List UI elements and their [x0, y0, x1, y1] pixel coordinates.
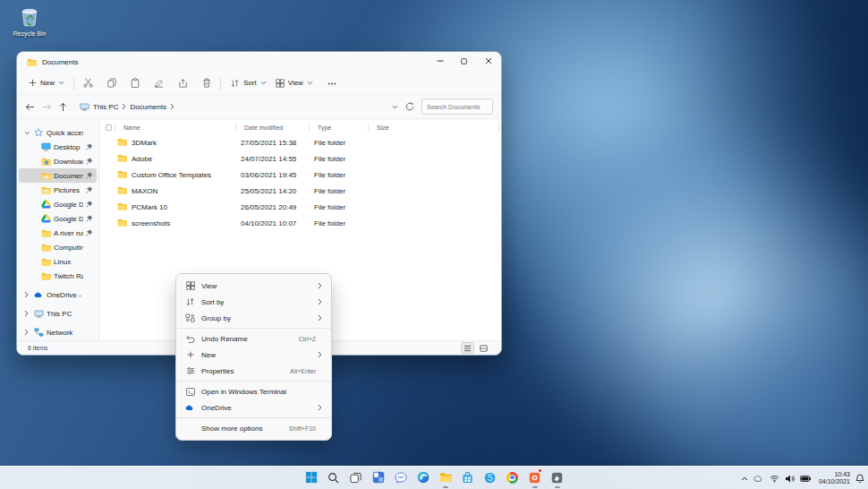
- sidebar-item[interactable]: Google Drive (G:: [19, 211, 97, 226]
- sidebar-item[interactable]: Desktop: [19, 140, 97, 154]
- pin-icon: [86, 201, 93, 208]
- context-menu-item[interactable]: Undo Rename Ctrl+Z: [179, 330, 328, 347]
- widgets-button[interactable]: [370, 468, 386, 488]
- column-header[interactable]: Type: [311, 120, 370, 134]
- sidebar-item[interactable]: Network: [19, 325, 97, 339]
- context-menu-item[interactable]: Properties Alt+Enter: [179, 363, 328, 379]
- sidebar-item[interactable]: Computing: [19, 240, 97, 254]
- back-button[interactable]: [25, 103, 35, 111]
- recycle-bin[interactable]: Recycle Bin: [5, 5, 54, 37]
- sidebar-item-icon: [41, 186, 51, 194]
- address-dropdown-button[interactable]: [392, 105, 398, 109]
- sidebar-item[interactable]: Downloads: [19, 154, 97, 168]
- maximize-button[interactable]: [452, 52, 476, 72]
- copy-button[interactable]: [107, 78, 116, 88]
- onedrive-tray-icon[interactable]: [753, 475, 764, 482]
- search-box[interactable]: [421, 99, 493, 115]
- sidebar-item[interactable]: Pictures: [19, 183, 97, 197]
- context-menu-item-icon: [185, 366, 195, 375]
- sidebar-item[interactable]: Twitch Raids: [19, 269, 97, 283]
- sidebar-item[interactable]: A river runs through: [19, 226, 97, 240]
- sidebar-item-chevron-icon[interactable]: [24, 291, 31, 298]
- search-input[interactable]: [427, 104, 488, 110]
- submenu-chevron-icon: [318, 314, 322, 322]
- tray-overflow-button[interactable]: [741, 476, 748, 481]
- task-view-button[interactable]: [348, 468, 363, 488]
- file-row[interactable]: screenshots 04/10/2021 10:07 File folder: [99, 215, 501, 231]
- file-row[interactable]: Adobe 24/07/2021 14:55 File folder: [99, 150, 501, 167]
- chat-button[interactable]: [393, 468, 408, 488]
- clock[interactable]: 10:43 04/10/2021: [819, 471, 850, 485]
- select-all-checkbox[interactable]: [99, 120, 117, 134]
- sidebar-item[interactable]: This PC: [19, 306, 97, 321]
- delete-button[interactable]: [202, 78, 211, 88]
- context-menu-item[interactable]: Show more options Shift+F10: [179, 420, 328, 436]
- large-icons-view-toggle[interactable]: [477, 342, 490, 354]
- sidebar-item[interactable]: OneDrive - Personal: [19, 287, 97, 302]
- details-view-toggle[interactable]: [461, 342, 474, 354]
- context-menu-item[interactable]: Group by: [179, 310, 328, 326]
- pinned-app-2-button[interactable]: [527, 468, 542, 488]
- store-button[interactable]: [460, 468, 475, 488]
- sidebar-item-icon: [41, 244, 51, 252]
- wallpaper-shape: [680, 0, 868, 287]
- forward-button[interactable]: [42, 103, 52, 111]
- sidebar-item[interactable]: Documents: [19, 168, 97, 183]
- search-button[interactable]: [326, 468, 341, 488]
- start-button[interactable]: [303, 468, 319, 488]
- file-row[interactable]: Custom Office Templates 03/06/2021 19:45…: [99, 167, 501, 183]
- chevron-right-icon: [170, 103, 174, 110]
- cut-button[interactable]: [83, 78, 93, 88]
- context-menu-item-icon: [185, 313, 195, 322]
- context-menu-item[interactable]: View: [179, 278, 328, 294]
- context-menu-item[interactable]: Sort by: [179, 294, 328, 310]
- context-menu-item[interactable]: OneDrive: [179, 399, 328, 416]
- breadcrumb-segment[interactable]: Documents: [130, 103, 166, 111]
- sidebar-item-chevron-icon[interactable]: [24, 329, 31, 336]
- share-button[interactable]: [178, 79, 188, 88]
- wifi-icon[interactable]: [770, 475, 779, 483]
- view-button[interactable]: View: [276, 79, 313, 88]
- sidebar-item[interactable]: Google Drive: [19, 197, 97, 211]
- context-menu-item[interactable]: Open in Windows Terminal: [179, 383, 328, 399]
- breadcrumb[interactable]: This PC Documents: [74, 98, 385, 116]
- sidebar-item[interactable]: Quick access: [19, 125, 97, 140]
- paste-button[interactable]: [131, 78, 140, 88]
- file-date-modified: 26/05/2021 20:49: [238, 203, 311, 211]
- titlebar[interactable]: Documents: [17, 52, 501, 72]
- column-header[interactable]: Name: [117, 120, 238, 134]
- file-row[interactable]: 3DMark 27/05/2021 15:38 File folder: [99, 134, 501, 150]
- sort-button[interactable]: Sort: [230, 79, 267, 88]
- file-row[interactable]: MAXON 25/05/2021 14:20 File folder: [99, 183, 501, 199]
- chrome-button[interactable]: [505, 468, 520, 488]
- file-row[interactable]: PCMark 10 26/05/2021 20:49 File folder: [99, 199, 501, 215]
- up-button[interactable]: [59, 102, 67, 112]
- refresh-button[interactable]: [405, 102, 414, 111]
- edge-button[interactable]: [415, 468, 430, 488]
- new-button[interactable]: New: [29, 79, 64, 87]
- sidebar-item-chevron-icon[interactable]: [24, 131, 31, 135]
- file-explorer-button[interactable]: [438, 468, 453, 488]
- breadcrumb-segment[interactable]: This PC: [93, 103, 118, 111]
- context-menu-item-shortcut: Ctrl+Z: [299, 336, 316, 342]
- more-options-button[interactable]: [328, 79, 336, 87]
- pinned-app-1-button[interactable]: [482, 468, 498, 488]
- context-menu-item-shortcut: Shift+F10: [289, 425, 316, 432]
- notification-bell-icon[interactable]: [855, 474, 864, 483]
- volume-icon[interactable]: [785, 475, 795, 483]
- context-menu-item[interactable]: New: [179, 347, 328, 363]
- sidebar-item-chevron-icon[interactable]: [24, 310, 31, 317]
- battery-icon[interactable]: [800, 476, 811, 482]
- navigation-pane: Quick access Desktop Downloads: [17, 120, 99, 340]
- column-header[interactable]: Size: [370, 120, 501, 134]
- sidebar-item-icon: [41, 158, 51, 166]
- rename-button[interactable]: [154, 79, 164, 88]
- context-menu-item-icon: [185, 281, 195, 290]
- context-menu-item-label: Open in Windows Terminal: [201, 388, 310, 396]
- minimize-button[interactable]: [428, 52, 452, 72]
- close-button[interactable]: [476, 52, 500, 72]
- column-header[interactable]: Date modified: [238, 120, 311, 134]
- sidebar-item[interactable]: Linux: [19, 254, 97, 269]
- context-menu-item-icon: [185, 350, 195, 359]
- pinned-app-3-button[interactable]: [549, 468, 565, 488]
